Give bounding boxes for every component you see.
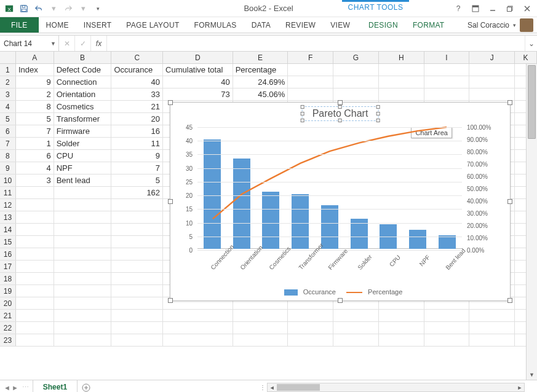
cell[interactable]: 9	[111, 150, 163, 162]
cell[interactable]	[379, 76, 424, 88]
cell[interactable]	[288, 334, 333, 346]
cell[interactable]	[469, 64, 515, 76]
row-header[interactable]: 10	[0, 174, 16, 186]
resize-handle[interactable]	[338, 100, 343, 105]
cell[interactable]	[333, 76, 379, 88]
row-header[interactable]: 7	[0, 138, 16, 149]
cell[interactable]: 3	[16, 174, 54, 186]
tab-data[interactable]: DATA	[244, 17, 278, 33]
tab-file[interactable]: FILE	[0, 17, 39, 33]
cell[interactable]: CPU	[54, 150, 112, 162]
cell[interactable]: 162	[111, 187, 163, 198]
cell[interactable]: 8	[16, 101, 54, 112]
cell[interactable]: 73	[163, 88, 233, 100]
undo-dropdown-icon[interactable]: ▾	[47, 2, 60, 15]
row-header[interactable]: 9	[0, 162, 16, 174]
row-header[interactable]: 8	[0, 150, 16, 162]
cell[interactable]: 45.06%	[233, 88, 288, 100]
cell[interactable]	[111, 273, 163, 284]
cell[interactable]	[111, 310, 163, 321]
cell[interactable]	[111, 297, 163, 309]
embedded-chart[interactable]: Pareto Chart Chart Area 0510152025303540…	[170, 102, 511, 301]
cell[interactable]: 5	[16, 113, 54, 125]
cell[interactable]: Bent lead	[54, 174, 112, 186]
tab-review[interactable]: REVIEW	[278, 17, 323, 33]
column-header[interactable]: G	[333, 52, 379, 63]
resize-handle[interactable]	[507, 298, 512, 303]
column-header[interactable]: K	[515, 52, 537, 63]
tab-scroll-split[interactable]: ⋮	[261, 382, 265, 392]
row-header[interactable]: 3	[0, 88, 16, 100]
scroll-down-icon[interactable]: ▼	[527, 370, 537, 380]
cell[interactable]	[469, 76, 515, 88]
cell[interactable]: 33	[111, 88, 163, 100]
cell[interactable]: Connection	[54, 76, 112, 88]
cell[interactable]	[111, 224, 163, 235]
cell[interactable]: 1	[16, 138, 54, 149]
cell[interactable]	[16, 236, 54, 248]
cell[interactable]: 4	[16, 162, 54, 174]
cell[interactable]	[54, 273, 112, 284]
cell[interactable]	[111, 322, 163, 334]
cell[interactable]	[16, 297, 54, 309]
cell[interactable]	[54, 297, 112, 309]
cell[interactable]: 11	[111, 138, 163, 149]
column-header[interactable]: F	[288, 52, 333, 63]
cell[interactable]: 6	[16, 150, 54, 162]
account-user[interactable]: Sal Coraccio ▾	[467, 17, 533, 33]
sheet-nav[interactable]: ◄ ► ⋯	[0, 380, 33, 392]
cell[interactable]	[233, 310, 288, 321]
cell[interactable]	[54, 211, 112, 223]
cell[interactable]: 20	[111, 113, 163, 125]
column-header[interactable]: B	[54, 52, 112, 63]
column-header[interactable]: H	[379, 52, 424, 63]
cell[interactable]	[163, 310, 233, 321]
cell[interactable]	[333, 322, 379, 334]
cell[interactable]	[288, 88, 333, 100]
cell[interactable]	[16, 273, 54, 284]
name-box-dropdown-icon[interactable]: ▼	[50, 41, 56, 47]
cell[interactable]	[424, 76, 470, 88]
cell[interactable]	[54, 285, 112, 297]
cell[interactable]	[16, 187, 54, 198]
hscroll-left-icon[interactable]: ◄	[268, 383, 276, 391]
save-icon[interactable]	[17, 2, 31, 15]
chart-title[interactable]: Pareto Chart	[302, 106, 379, 121]
cell[interactable]: Index	[16, 64, 54, 76]
cell[interactable]	[379, 310, 424, 321]
cell[interactable]: 7	[111, 162, 163, 174]
cell[interactable]: 9	[16, 76, 54, 88]
row-header[interactable]: 18	[0, 273, 16, 284]
row-header[interactable]: 4	[0, 101, 16, 112]
sheet-tab-active[interactable]: Sheet1	[33, 380, 78, 392]
cell[interactable]	[16, 322, 54, 334]
cell[interactable]: 40	[163, 76, 233, 88]
cell[interactable]	[288, 322, 333, 334]
cell[interactable]	[233, 334, 288, 346]
cell[interactable]	[469, 88, 515, 100]
cell[interactable]	[424, 88, 470, 100]
cell[interactable]: Cumulative total	[163, 64, 233, 76]
cell[interactable]	[16, 211, 54, 223]
cell[interactable]	[54, 322, 112, 334]
help-icon[interactable]: ?	[451, 2, 466, 15]
cell[interactable]	[424, 322, 470, 334]
cell[interactable]	[469, 334, 515, 346]
cell[interactable]: NPF	[54, 162, 112, 174]
row-header[interactable]: 12	[0, 199, 16, 211]
cell[interactable]	[379, 334, 424, 346]
column-header[interactable]: C	[111, 52, 163, 63]
title-handle[interactable]	[338, 105, 342, 109]
title-handle[interactable]	[301, 119, 304, 122]
row-header[interactable]: 16	[0, 248, 16, 260]
tab-home[interactable]: HOME	[39, 17, 76, 33]
cell[interactable]: Percentage	[233, 64, 288, 76]
name-box[interactable]: Chart 14 ▼	[0, 36, 59, 51]
tab-formulas[interactable]: FORMULAS	[187, 17, 244, 33]
cell[interactable]	[379, 88, 424, 100]
cell[interactable]	[333, 334, 379, 346]
user-avatar-icon[interactable]	[520, 18, 533, 32]
tab-insert[interactable]: INSERT	[76, 17, 119, 33]
cell[interactable]	[333, 310, 379, 321]
title-handle[interactable]	[338, 119, 342, 122]
